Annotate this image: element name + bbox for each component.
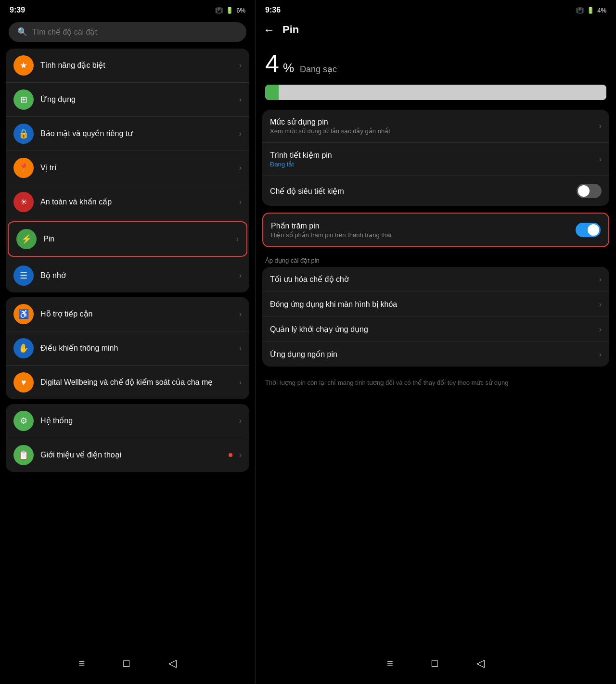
battery-display: 4 % Đang sạc (265, 49, 606, 78)
ung-dung-icon: ⊞ (13, 89, 34, 110)
bo-nho-label: Bộ nhớ (40, 271, 235, 281)
settings-group-1: ★ Tính năng đặc biệt › ⊞ Ứng dụng › 🔒 Bả… (6, 49, 249, 292)
phan-tram-pin-sub: Hiện số phần trăm pin trên thanh trạng t… (271, 231, 576, 239)
ung-dung-ngon-item[interactable]: Ứng dụng ngốn pin › (262, 342, 609, 367)
vi-tri-icon: 📍 (13, 158, 34, 178)
phan-tram-pin-text: Phần trăm pin Hiện số phần trăm pin trên… (271, 221, 576, 239)
muc-su-dung-title: Mức sử dụng pin (270, 117, 599, 127)
right-status-icons: 📳 🔋 4% (576, 7, 606, 14)
battery-number: 4 (265, 49, 279, 78)
sidebar-item-digital[interactable]: ♥ Digital Wellbeing và chế độ kiểm soát … (6, 366, 249, 399)
right-menu-button[interactable]: ≡ (387, 657, 393, 670)
digital-chevron: › (239, 378, 242, 387)
left-back-button[interactable]: ◁ (168, 657, 177, 670)
vibrate-icon: 📳 (215, 7, 223, 14)
phan-tram-pin-title: Phần trăm pin (271, 221, 576, 230)
dong-ud-title: Đóng ứng dụng khi màn hình bị khóa (270, 300, 599, 309)
quan-ly-item[interactable]: Quản lý khởi chạy ứng dụng › (262, 317, 609, 342)
left-status-icons: 📳 🔋 6% (215, 7, 245, 14)
toi-uu-item[interactable]: Tối ưu hóa chế độ chờ › (262, 267, 609, 292)
quan-ly-title: Quản lý khởi chạy ứng dụng (270, 325, 599, 334)
sidebar-item-dieu-khien[interactable]: ✋ Điều khiển thông minh › (6, 331, 249, 366)
right-group-1: Mức sử dụng pin Xem mức sử dụng từ lần s… (262, 110, 609, 206)
muc-su-dung-sub: Xem mức sử dụng từ lần sạc đầy gần nhất (270, 127, 599, 135)
sidebar-item-vi-tri[interactable]: 📍 Vị trí › (6, 151, 249, 185)
an-toan-chevron: › (239, 198, 242, 206)
right-back-button[interactable]: ◁ (476, 657, 485, 670)
bo-nho-icon: ☰ (13, 266, 34, 286)
bao-mat-icon: 🔒 (13, 124, 34, 144)
an-toan-icon: ✳ (13, 192, 34, 212)
dieu-khien-label: Điều khiển thông minh (40, 343, 235, 354)
sieu-tiet-kiem-item[interactable]: Chế độ siêu tiết kiệm (262, 176, 609, 206)
search-bar[interactable]: 🔍 (9, 22, 246, 42)
sieu-tiet-kiem-text: Chế độ siêu tiết kiệm (270, 187, 577, 196)
tinh-nang-chevron: › (239, 61, 242, 70)
sidebar-item-pin[interactable]: ⚡ Pin › (8, 221, 247, 257)
left-status-bar: 9:39 📳 🔋 6% (0, 0, 255, 18)
right-nav-bar: ≡ □ ◁ (256, 647, 616, 684)
right-header: ← Pin (256, 18, 616, 44)
left-time: 9:39 (10, 6, 25, 14)
muc-su-dung-item[interactable]: Mức sử dụng pin Xem mức sử dụng từ lần s… (262, 110, 609, 143)
bao-mat-chevron: › (239, 129, 242, 138)
back-button[interactable]: ← (263, 23, 275, 37)
phan-tram-pin-item[interactable]: Phần trăm pin Hiện số phần trăm pin trên… (262, 213, 609, 247)
vi-tri-chevron: › (239, 164, 242, 172)
pin-label: Pin (43, 234, 232, 244)
quan-ly-chevron: › (599, 325, 602, 334)
digital-icon: ♥ (13, 372, 34, 393)
battery-bar-fill (265, 85, 279, 100)
toi-uu-chevron: › (599, 275, 602, 284)
gioi-thieu-icon: 📋 (13, 445, 34, 465)
right-battery-icon: 🔋 (587, 7, 594, 14)
bo-nho-chevron: › (239, 271, 242, 280)
notification-dot (229, 453, 232, 457)
sidebar-item-bo-nho[interactable]: ☰ Bộ nhớ › (6, 259, 249, 292)
toi-uu-title: Tối ưu hóa chế độ chờ (270, 275, 599, 284)
sidebar-item-ho-tro[interactable]: ♿ Hỗ trợ tiếp cận › (6, 297, 249, 331)
left-panel: 9:39 📳 🔋 6% 🔍 ★ Tính năng đặc biệt › ⊞ Ứ… (0, 0, 255, 684)
right-battery-percent: 4% (597, 7, 606, 14)
sieu-tiet-kiem-knob (578, 185, 590, 197)
phan-tram-pin-toggle[interactable] (576, 223, 601, 237)
sidebar-item-ung-dung[interactable]: ⊞ Ứng dụng › (6, 83, 249, 117)
sieu-tiet-kiem-title: Chế độ siêu tiết kiệm (270, 187, 577, 196)
left-battery-percent: 6% (236, 7, 245, 14)
dieu-khien-icon: ✋ (13, 338, 34, 358)
left-menu-button[interactable]: ≡ (78, 657, 85, 670)
battery-section: 4 % Đang sạc (256, 44, 616, 110)
right-time: 9:36 (265, 6, 281, 14)
settings-group-2: ♿ Hỗ trợ tiếp cận › ✋ Điều khiển thông m… (6, 297, 249, 399)
tinh-nang-icon: ★ (13, 55, 34, 76)
sidebar-item-he-thong[interactable]: ⚙ Hệ thống › (6, 404, 249, 438)
phan-tram-pin-knob (588, 224, 599, 236)
dong-ud-item[interactable]: Đóng ứng dụng khi màn hình bị khóa › (262, 292, 609, 317)
sidebar-item-tinh-nang[interactable]: ★ Tính năng đặc biệt › (6, 49, 249, 83)
tiet-kiem-item[interactable]: Trình tiết kiệm pin Đang tắt › (262, 143, 609, 176)
right-home-button[interactable]: □ (432, 657, 438, 670)
ung-dung-ngon-title: Ứng dụng ngốn pin (270, 350, 599, 359)
ung-dung-chevron: › (239, 95, 242, 104)
an-toan-label: An toàn và khẩn cấp (40, 197, 235, 207)
dong-ud-chevron: › (599, 300, 602, 309)
section-label: Áp dụng cài đặt pin (256, 252, 616, 267)
left-home-button[interactable]: □ (123, 657, 129, 670)
tiet-kiem-chevron: › (599, 155, 602, 164)
battery-status: Đang sạc (300, 64, 337, 75)
sieu-tiet-kiem-toggle[interactable] (577, 184, 602, 198)
left-nav-bar: ≡ □ ◁ (0, 647, 255, 684)
sidebar-item-an-toan[interactable]: ✳ An toàn và khẩn cấp › (6, 185, 249, 219)
tiet-kiem-sub: Đang tắt (270, 161, 599, 168)
muc-su-dung-text: Mức sử dụng pin Xem mức sử dụng từ lần s… (270, 117, 599, 135)
sidebar-item-bao-mat[interactable]: 🔒 Bảo mật và quyền riêng tư › (6, 117, 249, 151)
digital-label: Digital Wellbeing và chế độ kiểm soát củ… (40, 378, 235, 388)
ung-dung-label: Ứng dụng (40, 95, 235, 105)
tiet-kiem-title: Trình tiết kiệm pin (270, 151, 599, 160)
sidebar-item-gioi-thieu[interactable]: 📋 Giới thiệu về điện thoại › (6, 438, 249, 472)
muc-su-dung-chevron: › (599, 122, 602, 130)
ho-tro-chevron: › (239, 310, 242, 318)
pin-chevron: › (236, 235, 239, 243)
pin-icon: ⚡ (16, 229, 37, 249)
search-input[interactable] (32, 28, 238, 37)
